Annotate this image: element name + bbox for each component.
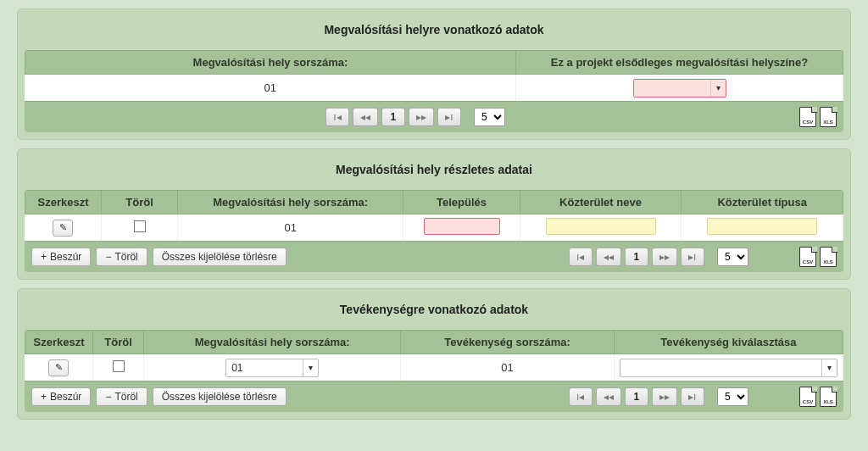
caret-down-icon: ▾ <box>303 359 318 376</box>
col-header-telepules: Település <box>403 191 520 214</box>
col-header-meg-sorszam: Megvalósítási hely sorszáma: <box>144 331 401 354</box>
caret-down-icon: ▾ <box>710 80 726 97</box>
pager-last[interactable]: ▸ı <box>437 108 461 126</box>
pager-next[interactable]: ▸▸ <box>652 248 677 266</box>
minus-icon: − <box>105 251 111 263</box>
page-size-select[interactable]: 5 <box>717 387 748 406</box>
delete-button[interactable]: −Töröl <box>96 248 147 266</box>
pager-prev[interactable]: ◂◂ <box>353 108 378 126</box>
pager-prev[interactable]: ◂◂ <box>596 387 621 406</box>
caret-down-icon: ▾ <box>821 359 837 376</box>
page-size-select[interactable]: 5 <box>474 108 505 126</box>
panel-title: Megvalósítási hely részletes adatai <box>25 156 843 190</box>
edit-button[interactable]: ✎ <box>48 359 69 376</box>
edit-button[interactable]: ✎ <box>53 220 73 237</box>
pager-page[interactable]: 1 <box>625 248 648 266</box>
export-xls-icon[interactable]: XLS <box>820 247 837 267</box>
cell-tev-sorszam: 01 <box>401 354 614 381</box>
pager-last[interactable]: ▸ı <box>681 248 704 266</box>
panel-activity-data: Tevékenységre vonatkozó adatok Szerkeszt… <box>17 288 851 420</box>
col-header-kozter-neve: Közterület neve <box>520 191 682 214</box>
delete-button[interactable]: −Töröl <box>96 387 147 406</box>
clear-selection-button[interactable]: Összes kijelölése törlésre <box>153 387 287 406</box>
primary-location-select[interactable]: ▾ <box>633 79 726 97</box>
kozterulet-tipusa-input[interactable] <box>707 218 817 235</box>
pager-page[interactable]: 1 <box>381 108 405 126</box>
pager-last[interactable]: ▸ı <box>681 387 704 406</box>
panel-location-data: Megvalósítási helyre vonatkozó adatok Me… <box>17 8 851 140</box>
export-csv-icon[interactable]: CSV <box>799 387 816 407</box>
activity-select[interactable]: ▾ <box>620 359 837 377</box>
pager-first[interactable]: ı◂ <box>569 248 593 266</box>
col-header-sorszam: Megvalósítási hely sorszáma: <box>178 191 403 214</box>
pager-next[interactable]: ▸▸ <box>409 108 434 126</box>
plus-icon: + <box>41 391 47 403</box>
pencil-icon: ✎ <box>59 222 67 233</box>
col-header-del: Töröl <box>93 331 144 354</box>
col-header-kozter-tipusa: Közterület típusa <box>682 191 843 214</box>
minus-icon: − <box>105 391 111 403</box>
cell-sorszam: 01 <box>25 75 516 102</box>
page-size-select[interactable]: 5 <box>717 248 748 266</box>
col-header-del: Töröl <box>102 191 178 214</box>
kozterulet-neve-input[interactable] <box>546 218 656 235</box>
telepules-input[interactable] <box>424 218 500 235</box>
plus-icon: + <box>41 251 47 263</box>
panel-location-details: Megvalósítási hely részletes adatai Szer… <box>17 148 851 280</box>
export-csv-icon[interactable]: CSV <box>799 107 816 127</box>
pager-next[interactable]: ▸▸ <box>652 387 677 406</box>
col-header-sorszam: Megvalósítási hely sorszáma: <box>25 51 516 75</box>
pencil-icon: ✎ <box>55 362 63 373</box>
col-header-tev-kivalasztasa: Tevékenység kiválasztása <box>614 331 843 354</box>
export-xls-icon[interactable]: XLS <box>820 107 837 127</box>
pager-prev[interactable]: ◂◂ <box>596 248 621 266</box>
pager-page[interactable]: 1 <box>625 387 648 406</box>
col-header-edit: Szerkeszt <box>25 191 102 214</box>
col-header-edit: Szerkeszt <box>25 331 93 354</box>
pager: ı◂ ◂◂ 1 ▸▸ ▸ı 5 <box>569 387 748 406</box>
delete-checkbox[interactable] <box>134 220 146 232</box>
insert-button[interactable]: +Beszúr <box>31 248 91 266</box>
pager-first[interactable]: ı◂ <box>326 108 349 126</box>
panel-title: Megvalósítási helyre vonatkozó adatok <box>25 16 843 50</box>
cell-elsodleges: ▾ <box>516 75 843 102</box>
export-csv-icon[interactable]: CSV <box>799 247 816 267</box>
col-header-elsodleges: Ez a projekt elsődleges megvalósítási he… <box>516 51 843 75</box>
meg-sorszam-select[interactable]: 01 ▾ <box>225 359 319 377</box>
col-header-tev-sorszam: Tevékenység sorszáma: <box>401 331 614 354</box>
clear-selection-button[interactable]: Összes kijelölése törlésre <box>153 248 287 266</box>
pager: ı◂ ◂◂ 1 ▸▸ ▸ı 5 <box>569 248 748 266</box>
pager-first[interactable]: ı◂ <box>569 387 593 406</box>
delete-checkbox[interactable] <box>113 360 125 372</box>
insert-button[interactable]: +Beszúr <box>31 387 91 406</box>
pager: ı◂ ◂◂ 1 ▸▸ ▸ı 5 <box>326 108 505 126</box>
panel-title: Tevékenységre vonatkozó adatok <box>25 296 843 330</box>
cell-sorszam: 01 <box>178 214 403 242</box>
export-xls-icon[interactable]: XLS <box>820 387 837 407</box>
